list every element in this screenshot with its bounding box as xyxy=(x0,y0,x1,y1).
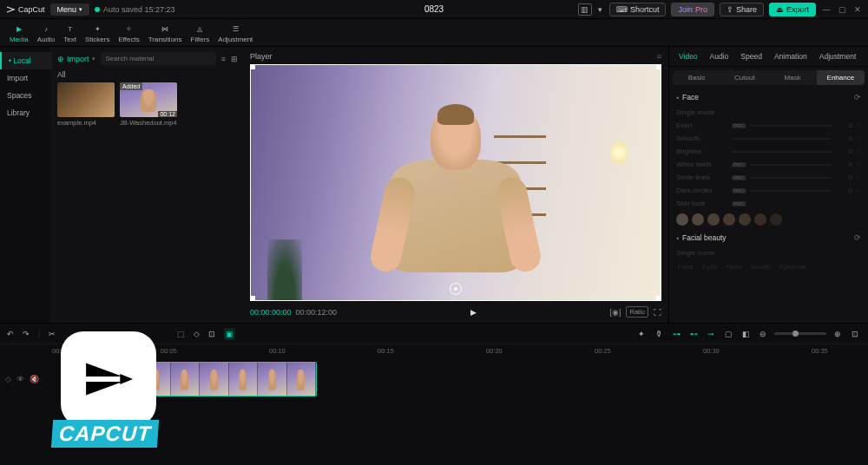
tab-transitions[interactable]: ⋈Transitions xyxy=(144,23,187,46)
tab-filters[interactable]: ◬Filters xyxy=(187,23,214,46)
slider[interactable] xyxy=(750,125,832,127)
tab-adjustment[interactable]: ☰Adjustment xyxy=(214,23,257,46)
subtab-mask[interactable]: Mask xyxy=(769,70,817,85)
insp-tab-video[interactable]: Video xyxy=(673,47,704,66)
reset-icon[interactable]: ◇ xyxy=(856,147,861,155)
param-smile-lines[interactable]: Smile linesPRO0◇ xyxy=(676,171,861,184)
ai-icon[interactable]: ✦ xyxy=(635,330,648,338)
time-ruler[interactable]: 00:00 00:05 00:10 00:15 00:20 00:25 00:3… xyxy=(0,344,868,358)
zoom-out-icon[interactable]: ⊖ xyxy=(757,330,769,338)
link-icon[interactable]: ⊶ xyxy=(670,330,682,338)
play-button[interactable]: ▶ xyxy=(470,308,477,317)
preview-viewport[interactable] xyxy=(250,64,661,301)
import-button[interactable]: ⊕Import▾ xyxy=(57,55,95,63)
redo-button[interactable]: ↷ xyxy=(23,330,30,338)
zoom-in-icon[interactable]: ⊕ xyxy=(832,330,844,338)
beauty-tab-mouth[interactable]: Mouth xyxy=(751,263,770,271)
maximize-button[interactable]: ▢ xyxy=(837,4,847,15)
enhance-tool[interactable]: ▣ xyxy=(224,328,235,340)
param-white-teeth[interactable]: White teethPRO0◇ xyxy=(676,158,861,171)
media-thumb[interactable]: example.mp4 xyxy=(57,82,115,127)
snapshot-icon[interactable]: [◉] xyxy=(609,308,621,317)
grid-icon[interactable]: ⊞ xyxy=(231,55,238,63)
track-icon[interactable]: ◧ xyxy=(740,330,752,338)
tab-effects[interactable]: ✧Effects xyxy=(114,23,143,46)
sort-icon[interactable]: ≡ xyxy=(221,55,226,63)
param-skin-tone[interactable]: Skin tonePRO xyxy=(676,197,861,210)
section-facial-beauty[interactable]: Facial beauty⟳ xyxy=(669,229,868,246)
section-face[interactable]: Face⟳ xyxy=(669,88,868,106)
media-thumb[interactable]: Added 00:12 JB-Washedout.mp4 xyxy=(120,82,177,127)
close-button[interactable]: ✕ xyxy=(852,4,863,15)
param-brighten[interactable]: Brighten0◇ xyxy=(676,145,861,158)
param-smooth[interactable]: Smooth0◇ xyxy=(676,132,861,145)
slider[interactable] xyxy=(750,164,832,166)
track-lock-icon[interactable]: ◇ xyxy=(5,375,11,383)
ratio-button[interactable]: Ratio xyxy=(626,306,648,318)
tab-media[interactable]: ▶Media xyxy=(5,23,33,46)
player-menu-icon[interactable]: ≡ xyxy=(657,52,661,61)
insp-tab-speed[interactable]: Speed xyxy=(734,47,768,66)
sidebar-library[interactable]: Library xyxy=(0,104,51,121)
swatch[interactable] xyxy=(739,213,751,226)
swatch[interactable] xyxy=(692,213,704,226)
reset-icon[interactable]: ◇ xyxy=(856,160,861,168)
reset-icon[interactable]: ◇ xyxy=(856,187,861,194)
marker-tool[interactable]: ◇ xyxy=(194,330,200,338)
snap-icon[interactable]: ⊸ xyxy=(705,330,717,338)
resize-handle[interactable] xyxy=(250,296,255,301)
subtab-basic[interactable]: Basic xyxy=(673,70,720,85)
undo-button[interactable]: ↶ xyxy=(7,330,14,338)
subtab-enhance[interactable]: Enhance xyxy=(817,70,865,85)
zoom-fit-icon[interactable]: ⊡ xyxy=(849,330,861,338)
select-tool[interactable]: ⬚ xyxy=(177,330,185,338)
swatch[interactable] xyxy=(723,213,735,226)
beauty-tab-nose[interactable]: Nose xyxy=(727,263,743,271)
split-tool[interactable]: ✂ xyxy=(49,330,56,338)
magnet-icon[interactable]: ⊷ xyxy=(687,330,700,338)
resize-handle[interactable] xyxy=(656,296,661,301)
tab-audio[interactable]: ♪Audio xyxy=(33,23,59,46)
crop-tool[interactable]: ⊡ xyxy=(208,330,215,338)
track-mute-icon[interactable]: 🔇 xyxy=(30,375,39,383)
param-dark-circles[interactable]: Dark circlesPRO0◇ xyxy=(676,184,861,197)
layout-icon[interactable]: ▥ xyxy=(578,3,592,16)
video-clip[interactable] xyxy=(82,362,317,396)
swatch[interactable] xyxy=(676,213,688,226)
zoom-slider[interactable] xyxy=(774,332,826,335)
preview-icon[interactable]: ▢ xyxy=(722,330,734,338)
swatch[interactable] xyxy=(707,213,720,226)
sidebar-spaces[interactable]: Spaces xyxy=(0,87,51,104)
insp-tab-audio[interactable]: Audio xyxy=(704,47,735,66)
tab-stickers[interactable]: ✦Stickers xyxy=(81,23,114,46)
reset-icon[interactable]: ◇ xyxy=(856,174,861,181)
minimize-button[interactable]: — xyxy=(821,4,832,15)
menu-button[interactable]: Menu▾ xyxy=(50,3,90,16)
beauty-tab-eyebrow[interactable]: Eyebrow xyxy=(779,263,806,271)
mic-icon[interactable]: 🎙 xyxy=(653,330,665,338)
subtab-cutout[interactable]: Cutout xyxy=(720,70,768,85)
track-visible-icon[interactable]: 👁 xyxy=(16,375,24,383)
share-button[interactable]: ⇪ Share xyxy=(720,3,764,16)
filter-all[interactable]: All xyxy=(57,70,238,79)
slider[interactable] xyxy=(750,190,832,192)
insp-tab-adjustment[interactable]: Adjustment xyxy=(813,47,863,66)
layout-dropdown-icon[interactable]: ▾ xyxy=(597,3,604,16)
join-pro-button[interactable]: Join Pro xyxy=(671,3,714,16)
playhead[interactable] xyxy=(82,358,83,396)
export-button[interactable]: ⏏ Export xyxy=(769,3,816,16)
slider[interactable] xyxy=(732,151,832,153)
slider[interactable] xyxy=(732,138,832,140)
sidebar-import[interactable]: Import xyxy=(0,69,51,87)
swatch[interactable] xyxy=(770,213,782,226)
resize-handle[interactable] xyxy=(656,64,661,69)
fullscreen-icon[interactable]: ⛶ xyxy=(654,308,661,317)
sidebar-local[interactable]: • Local xyxy=(0,52,51,69)
insp-tab-animation[interactable]: Animation xyxy=(768,47,813,66)
param-even[interactable]: EvenPRO0◇ xyxy=(676,119,861,132)
search-input[interactable] xyxy=(101,52,216,65)
beauty-tab-face[interactable]: Face xyxy=(678,263,694,271)
reset-icon[interactable]: ◇ xyxy=(856,134,861,142)
tab-text[interactable]: TText xyxy=(59,23,81,46)
reset-icon[interactable]: ◇ xyxy=(856,121,861,129)
